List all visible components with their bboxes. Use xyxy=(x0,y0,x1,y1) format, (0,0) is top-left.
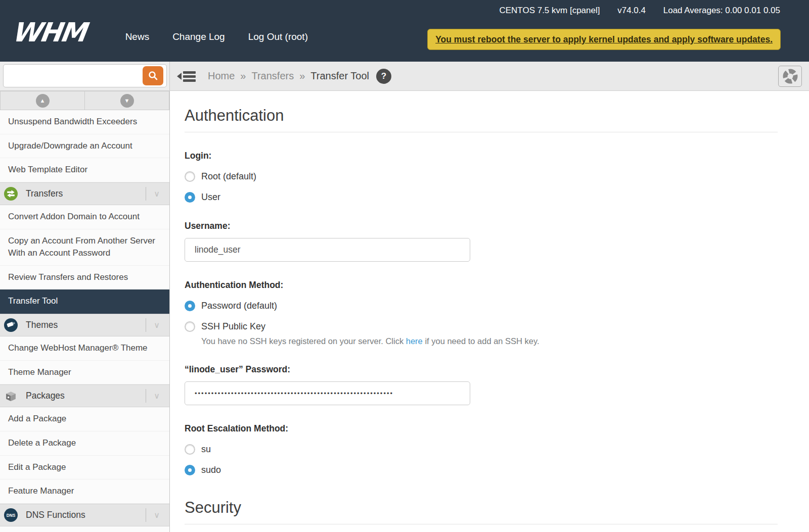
os-info: CENTOS 7.5 kvm [cpanel] xyxy=(499,6,600,15)
sidebar-section-label: Themes xyxy=(26,320,58,330)
collapse-sidebar-button[interactable] xyxy=(177,69,196,83)
sidebar-item-web-template-editor[interactable]: Web Template Editor xyxy=(0,158,169,182)
login-option-root-default[interactable]: Root (default) xyxy=(185,171,256,182)
section-divider xyxy=(146,389,146,403)
section-divider xyxy=(146,508,146,522)
sidebar-item-delete-a-package[interactable]: Delete a Package xyxy=(0,431,169,456)
sidebar-section-label: Packages xyxy=(26,391,65,401)
dns-icon: DNS xyxy=(4,508,18,522)
breadcrumb-home[interactable]: Home xyxy=(208,70,235,82)
sidebar-item-convert-addon-domain-to-account[interactable]: Convert Addon Domain to Account xyxy=(0,205,169,229)
sidebar-item-change-webhost-manager-theme[interactable]: Change WebHost Manager® Theme xyxy=(0,336,169,361)
radio-unselected-icon[interactable] xyxy=(185,171,195,182)
sidebar-item-transfer-tool[interactable]: Transfer Tool xyxy=(0,289,169,314)
support-button[interactable] xyxy=(778,66,802,87)
search-icon xyxy=(148,70,159,81)
search-area xyxy=(0,62,170,90)
password-label: “linode_user” Password: xyxy=(185,364,778,375)
root-escalation-option-su[interactable]: su xyxy=(185,444,211,455)
arrow-up-icon: ▲ xyxy=(36,94,50,108)
security-section-title: Security xyxy=(185,499,778,524)
login-options: Root (default)User xyxy=(185,171,778,203)
sidebar-item-upgrade-downgrade-an-account[interactable]: Upgrade/Downgrade an Account xyxy=(0,134,169,159)
sidebar-item-review-transfers-and-restores[interactable]: Review Transfers and Restores xyxy=(0,266,169,290)
system-info: CENTOS 7.5 kvm [cpanel] v74.0.4 Load Ave… xyxy=(499,6,780,16)
scroll-up-button[interactable]: ▲ xyxy=(0,91,85,110)
radio-option-label: Password (default) xyxy=(201,301,277,311)
auth-method-options: Password (default)SSH Public Key xyxy=(185,301,778,332)
radio-unselected-icon[interactable] xyxy=(185,444,195,455)
reboot-alert-link[interactable]: You must reboot the server to apply kern… xyxy=(427,29,781,50)
sidebar-section-transfers[interactable]: Transfers∨ xyxy=(0,182,169,205)
search-button[interactable] xyxy=(143,66,163,85)
section-divider xyxy=(146,318,146,332)
sidebar-section-packages[interactable]: Packages∨ xyxy=(0,384,169,407)
page-title: Authentication xyxy=(185,107,778,132)
breadcrumb: Home»Transfers»Transfer Tool xyxy=(208,70,369,82)
sidebar-item-unsuspend-bandwidth-exceeders[interactable]: Unsuspend Bandwidth Exceeders xyxy=(0,110,169,134)
radio-selected-icon[interactable] xyxy=(185,465,195,475)
whm-logo: WHM xyxy=(10,18,87,47)
username-label: Username: xyxy=(185,221,778,231)
radio-selected-icon[interactable] xyxy=(185,192,195,203)
arrow-down-icon: ▼ xyxy=(120,94,134,108)
sidebar-section-label: DNS Functions xyxy=(26,510,85,520)
sidebar-item-edit-a-package[interactable]: Edit a Package xyxy=(0,456,169,480)
root-escalation-label: Root Escalation Method: xyxy=(185,423,778,434)
radio-option-label: sudo xyxy=(201,465,221,475)
sidebar-section-dns-functions[interactable]: DNSDNS Functions∨ xyxy=(0,504,169,526)
sidebar-scroll-controls: ▲ ▼ xyxy=(0,91,169,110)
svg-text:DNS: DNS xyxy=(7,513,16,518)
username-input[interactable] xyxy=(185,238,470,262)
top-header: CENTOS 7.5 kvm [cpanel] v74.0.4 Load Ave… xyxy=(0,0,809,62)
breadcrumb-bar: Home»Transfers»Transfer Tool ? xyxy=(170,62,809,90)
chevron-down-icon[interactable]: ∨ xyxy=(154,320,160,330)
nav-link-change-log[interactable]: Change Log xyxy=(172,31,225,42)
auth-method-option-ssh-public-key[interactable]: SSH Public Key xyxy=(185,321,265,332)
breadcrumb-separator: » xyxy=(299,70,305,82)
radio-option-label: SSH Public Key xyxy=(201,321,265,332)
themes-icon xyxy=(4,318,18,332)
section-divider xyxy=(146,187,146,201)
radio-option-label: User xyxy=(201,192,220,203)
radio-option-label: Root (default) xyxy=(201,171,256,182)
add-ssh-key-link[interactable]: here xyxy=(406,336,423,346)
chevron-down-icon[interactable]: ∨ xyxy=(154,189,160,199)
chevron-down-icon[interactable]: ∨ xyxy=(154,510,160,520)
chevron-down-icon[interactable]: ∨ xyxy=(154,391,160,401)
collapse-menu-icon xyxy=(177,69,196,83)
radio-unselected-icon[interactable] xyxy=(185,321,195,332)
load-averages: Load Averages: 0.00 0.01 0.05 xyxy=(663,6,780,15)
toolbar: Home»Transfers»Transfer Tool ? xyxy=(0,62,809,91)
sidebar: ▲ ▼ Unsuspend Bandwidth ExceedersUpgrade… xyxy=(0,91,170,532)
main-content: Authentication Login: Root (default)User… xyxy=(170,91,809,532)
nav-link-log-out-root[interactable]: Log Out (root) xyxy=(248,31,308,42)
nav-link-news[interactable]: News xyxy=(125,31,150,42)
root-escalation-option-sudo[interactable]: sudo xyxy=(185,465,221,475)
breadcrumb-separator: » xyxy=(240,70,246,82)
transfers-icon xyxy=(4,187,18,201)
scroll-down-button[interactable]: ▼ xyxy=(85,91,169,110)
breadcrumb-transfer-tool: Transfer Tool xyxy=(310,70,369,82)
password-input[interactable] xyxy=(185,381,470,405)
breadcrumb-transfers[interactable]: Transfers xyxy=(251,70,294,82)
sidebar-item-add-a-dns-zone[interactable]: Add a DNS Zone xyxy=(0,526,169,532)
sidebar-section-themes[interactable]: Themes∨ xyxy=(0,314,169,336)
radio-selected-icon[interactable] xyxy=(185,301,195,311)
login-label: Login: xyxy=(185,151,778,161)
sidebar-item-copy-an-account-from-another-server-with-an-account-password[interactable]: Copy an Account From Another Server With… xyxy=(0,229,169,266)
life-ring-icon xyxy=(782,68,798,84)
sidebar-item-add-a-package[interactable]: Add a Package xyxy=(0,407,169,431)
sidebar-item-feature-manager[interactable]: Feature Manager xyxy=(0,479,169,504)
radio-option-label: su xyxy=(201,444,211,455)
root-escalation-options: susudo xyxy=(185,444,778,475)
login-option-user[interactable]: User xyxy=(185,192,220,203)
packages-icon xyxy=(4,389,18,403)
ssh-note-text: You have no SSH keys registered on your … xyxy=(201,336,406,346)
top-nav: NewsChange LogLog Out (root) xyxy=(102,31,308,42)
sidebar-item-theme-manager[interactable]: Theme Manager xyxy=(0,361,169,385)
sidebar-section-label: Transfers xyxy=(26,188,63,199)
ssh-key-note: You have no SSH keys registered on your … xyxy=(201,336,778,346)
help-icon[interactable]: ? xyxy=(376,69,391,84)
auth-method-option-password-default[interactable]: Password (default) xyxy=(185,301,277,311)
